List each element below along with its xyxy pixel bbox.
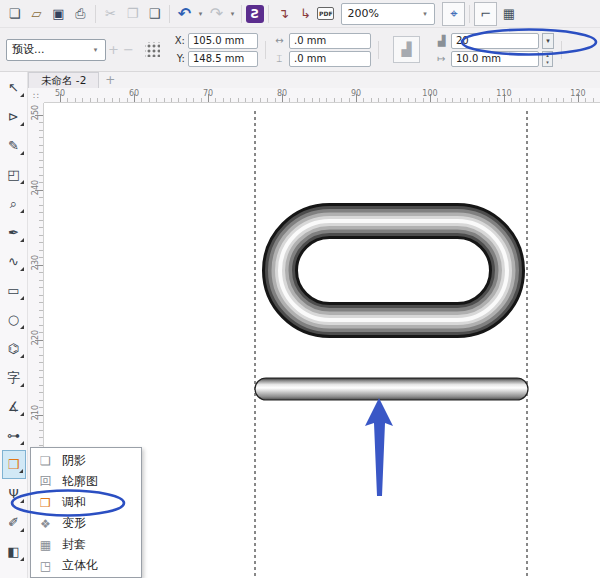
x-position-field[interactable]: 105.0 mm — [188, 33, 258, 49]
import-icon[interactable]: ↴ — [273, 3, 294, 25]
coreldraw-window: ❏ ▱ ▣ ⎙ ✂ ❐ ❑ ↶ ▾ ↷ ▾ Ƨ ↴ ↳ PDF 200% ▾ ⌖… — [0, 0, 600, 578]
spinner-control[interactable]: ▴ ▾ — [542, 51, 553, 67]
y-label: Y: — [173, 53, 185, 64]
print-icon[interactable]: ⎙ — [70, 3, 91, 25]
menu-item-envelope[interactable]: ▦ 封套 — [31, 534, 141, 555]
height-field[interactable]: .0 mm — [289, 51, 371, 67]
tool-bezier[interactable]: ✒ — [2, 218, 26, 247]
width-field[interactable]: .0 mm — [289, 33, 371, 49]
export-icon[interactable]: ↳ — [295, 3, 316, 25]
chevron-down-icon: ▾ — [420, 10, 429, 18]
paste-icon[interactable]: ❑ — [144, 3, 165, 25]
polygon-icon: ⌬ — [8, 341, 19, 356]
menu-item-label: 轮廓图 — [62, 473, 98, 490]
property-bar: 预设... ▾ + − X: 105.0 mm Y: 148.5 mm ↔ .0… — [0, 28, 600, 72]
ruler-tick-label: 230 — [31, 253, 40, 273]
propbar-separator — [265, 41, 266, 59]
tool-pick[interactable]: ↖ — [2, 73, 26, 102]
undo-dropdown-icon[interactable]: ▾ — [196, 10, 205, 18]
metal-bar-shape[interactable] — [255, 378, 528, 400]
object-height-icon: ⌶ — [273, 53, 286, 65]
distort-icon: ❖ — [38, 517, 53, 531]
zoom-level-dropdown[interactable]: 200% ▾ — [341, 3, 435, 25]
position-fields: X: 105.0 mm Y: 148.5 mm — [173, 33, 258, 67]
redo-dropdown-icon[interactable]: ▾ — [228, 10, 237, 18]
grid-options-icon[interactable]: ▦ — [498, 3, 519, 25]
undo-icon[interactable]: ↶ — [174, 3, 195, 25]
menu-item-label: 调和 — [62, 494, 86, 511]
ellipse-icon: ○ — [8, 312, 19, 327]
new-tab-button[interactable]: + — [99, 72, 121, 88]
publish-pdf-icon[interactable]: PDF — [317, 7, 334, 20]
tool-text[interactable]: 字 — [2, 363, 26, 392]
spin-up-icon[interactable]: ▴ — [546, 52, 549, 59]
object-origin-grid-icon[interactable] — [145, 42, 160, 57]
eyedropper-icon: ✐ — [8, 515, 19, 530]
fill-icon: ◧ — [7, 544, 19, 559]
blend-steps-icon: ▟ — [435, 35, 448, 46]
rectangle-icon: ▭ — [7, 283, 19, 298]
menu-item-distort[interactable]: ❖ 变形 — [31, 513, 141, 534]
transparency-icon: Ψ — [8, 486, 18, 501]
tool-zoom[interactable]: ⌕ — [2, 189, 26, 218]
menu-item-blend[interactable]: ❒ 调和 — [31, 492, 141, 513]
ruler-tick-label: 250 — [31, 103, 40, 123]
ruler-origin-icon[interactable]: ∷ — [28, 88, 44, 103]
tool-polygon[interactable]: ⌬ — [2, 334, 26, 363]
connector-icon: ⊶ — [7, 428, 20, 443]
ruler-tick-label: 220 — [31, 328, 40, 348]
cut-icon[interactable]: ✂ — [100, 3, 121, 25]
tool-blend[interactable]: ❒ — [2, 450, 26, 479]
tool-eyedropper[interactable]: ✐ — [2, 508, 26, 537]
menu-item-label: 立体化 — [62, 557, 98, 574]
tool-fill[interactable]: ◧ — [2, 537, 26, 566]
tool-artistic-media[interactable]: ∿ — [2, 247, 26, 276]
chevron-down-icon[interactable]: ▾ — [542, 33, 554, 49]
toolbox: ↖ ⊳ ✎ ◰ ⌕ ✒ ∿ ▭ ○ ⌬ 字 ∡ ⊶ ❒ Ψ ✐ ◧ — [0, 72, 28, 578]
shape-icon: ⊳ — [8, 109, 19, 124]
blend-steps-field[interactable]: 20 — [451, 33, 539, 49]
menu-item-shadow[interactable]: ❏ 阴影 — [31, 450, 141, 471]
tool-rectangle[interactable]: ▭ — [2, 276, 26, 305]
application-launcher-icon[interactable]: Ƨ — [246, 5, 264, 23]
document-tab[interactable]: 未命名 -2 — [28, 72, 99, 88]
toolbar-separator — [469, 5, 470, 23]
standard-toolbar: ❏ ▱ ▣ ⎙ ✂ ❐ ❑ ↶ ▾ ↷ ▾ Ƨ ↴ ↳ PDF 200% ▾ ⌖… — [0, 0, 600, 28]
tool-ellipse[interactable]: ○ — [2, 305, 26, 334]
tool-transparency[interactable]: Ψ — [2, 479, 26, 508]
tool-dimension[interactable]: ∡ — [2, 392, 26, 421]
redo-icon[interactable]: ↷ — [206, 3, 227, 25]
toolbar-separator — [268, 5, 269, 23]
preset-dropdown[interactable]: 预设... ▾ — [6, 39, 106, 61]
pick-icon: ↖ — [8, 80, 19, 95]
copy-icon[interactable]: ❐ — [122, 3, 143, 25]
tool-crop[interactable]: ◰ — [2, 160, 26, 189]
toolbar-separator — [169, 5, 170, 23]
capsule-ring-shape[interactable] — [280, 221, 507, 320]
remove-preset-button[interactable]: − — [121, 42, 136, 57]
full-screen-preview-icon[interactable]: ⌖ — [442, 2, 465, 26]
menu-item-extrude[interactable]: ◳ 立体化 — [31, 555, 141, 576]
menu-item-contour[interactable]: 回 轮廓图 — [31, 471, 141, 492]
envelope-icon: ▦ — [38, 538, 53, 552]
snap-to-icon[interactable]: ⌐ — [474, 2, 497, 26]
spin-down-icon[interactable]: ▾ — [546, 59, 549, 66]
x-label: X: — [173, 35, 185, 46]
ruler-tick-label: 100 — [419, 89, 441, 98]
tool-smudge[interactable]: ✎ — [2, 131, 26, 160]
blend-acceleration-icon[interactable]: ▟ — [393, 36, 420, 63]
add-preset-button[interactable]: + — [106, 42, 121, 57]
open-icon[interactable]: ▱ — [26, 3, 47, 25]
bezier-icon: ✒ — [8, 225, 19, 240]
new-document-icon[interactable]: ❏ — [4, 3, 25, 25]
blend-spacing-field[interactable]: 10.0 mm — [451, 51, 539, 67]
horizontal-ruler[interactable]: 50 60 70 80 90 100 110 120 — [44, 88, 600, 103]
tool-shape[interactable]: ⊳ — [2, 102, 26, 131]
smudge-icon: ✎ — [8, 138, 19, 153]
size-fields: ↔ .0 mm ⌶ .0 mm — [273, 33, 371, 67]
contour-icon: 回 — [38, 473, 53, 490]
tool-connector[interactable]: ⊶ — [2, 421, 26, 450]
y-position-field[interactable]: 148.5 mm — [188, 51, 258, 67]
save-icon[interactable]: ▣ — [48, 3, 69, 25]
extrude-icon: ◳ — [38, 559, 53, 573]
